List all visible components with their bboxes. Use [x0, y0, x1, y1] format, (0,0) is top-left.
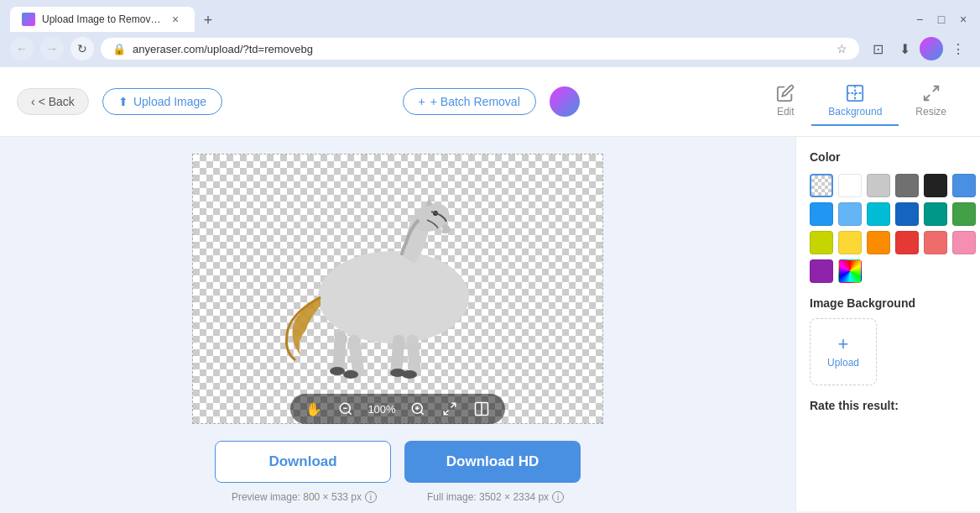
download-section: Download Download HD Preview image: 800 … — [0, 441, 795, 503]
svg-line-22 — [444, 411, 448, 415]
tab-background[interactable]: Background — [811, 77, 899, 126]
browser-actions: ⊡ ⬇ ⋮ — [866, 37, 970, 60]
image-bg-title: Image Background — [810, 296, 967, 310]
address-bar[interactable]: 🔒 anyeraser.com/upload/?td=removebg ☆ — [101, 38, 859, 60]
new-tab-button[interactable]: + — [196, 8, 220, 32]
color-lime[interactable] — [810, 231, 833, 254]
svg-point-12 — [343, 370, 358, 379]
batch-label: + Batch Removal — [430, 95, 520, 108]
plus-icon: + — [838, 335, 849, 353]
svg-line-21 — [451, 403, 455, 407]
upload-icon: ⬆ — [118, 95, 128, 108]
batch-removal-button[interactable]: + + Batch Removal — [403, 88, 536, 115]
color-purple[interactable] — [810, 259, 833, 283]
canvas-area: ✋ 100% — [0, 137, 795, 511]
back-label: < Back — [39, 95, 75, 108]
color-rainbow[interactable] — [838, 259, 862, 283]
resize-icon — [922, 84, 941, 102]
minimize-button[interactable]: − — [913, 13, 926, 26]
color-orange[interactable] — [867, 231, 890, 254]
browser-titlebar: Upload Image to Remove Bg in... × + − □ … — [10, 7, 970, 32]
hand-tool-button[interactable]: ✋ — [304, 399, 324, 419]
lock-icon: 🔒 — [112, 43, 126, 55]
tab-close-button[interactable]: × — [168, 12, 183, 27]
preview-info-text: Preview image: 800 × 533 px — [232, 491, 362, 503]
main-area: ✋ 100% — [0, 137, 980, 511]
right-panel: Color — [795, 137, 980, 511]
batch-icon: + — [419, 95, 425, 108]
back-button[interactable]: ‹ < Back — [17, 88, 89, 115]
browser-chrome: Upload Image to Remove Bg in... × + − □ … — [0, 0, 980, 32]
close-button[interactable]: × — [957, 13, 970, 26]
user-avatar[interactable] — [550, 86, 580, 117]
horse-svg — [263, 180, 532, 398]
download-info: Preview image: 800 × 533 px i Full image… — [232, 491, 564, 503]
full-info-text: Full image: 3502 × 2334 px — [427, 491, 549, 503]
download-browser-button[interactable]: ⬇ — [893, 37, 916, 60]
resize-tab-label: Resize — [915, 106, 946, 118]
background-tab-label: Background — [828, 106, 882, 118]
color-yellow[interactable] — [838, 231, 862, 254]
color-section-title: Color — [810, 150, 967, 164]
browser-tab[interactable]: Upload Image to Remove Bg in... × — [10, 7, 195, 32]
color-teal[interactable] — [924, 202, 947, 226]
color-transparent[interactable] — [810, 174, 833, 197]
address-text: anyeraser.com/upload/?td=removebg — [133, 43, 830, 55]
svg-point-13 — [330, 367, 345, 375]
color-lightblue[interactable] — [838, 202, 862, 226]
upload-label: Upload Image — [133, 95, 206, 108]
svg-line-15 — [349, 411, 352, 414]
download-button[interactable]: Download — [215, 441, 391, 483]
back-button[interactable]: ← — [10, 37, 34, 60]
tab-resize[interactable]: Resize — [899, 77, 963, 126]
svg-line-2 — [924, 95, 929, 100]
color-salmon[interactable] — [924, 231, 947, 254]
zoom-in-button[interactable] — [408, 399, 428, 419]
download-hd-button[interactable]: Download HD — [404, 441, 581, 483]
fullscreen-button[interactable] — [440, 399, 460, 419]
color-green[interactable] — [952, 202, 976, 226]
tab-favicon — [22, 13, 35, 26]
image-toolbar: ✋ 100% — [290, 394, 504, 424]
color-blue[interactable] — [952, 174, 976, 197]
color-red[interactable] — [895, 231, 919, 254]
maximize-button[interactable]: □ — [935, 13, 948, 26]
upload-image-button[interactable]: ⬆ Upload Image — [102, 88, 222, 115]
color-white[interactable] — [838, 174, 862, 197]
bookmark-icon[interactable]: ☆ — [837, 42, 847, 55]
svg-point-11 — [390, 369, 405, 377]
color-blue2[interactable] — [810, 202, 833, 226]
zoom-level: 100% — [368, 403, 395, 416]
extensions-button[interactable]: ⊡ — [866, 37, 889, 60]
color-cyan[interactable] — [867, 202, 890, 226]
split-view-button[interactable] — [472, 399, 492, 419]
refresh-button[interactable]: ↻ — [70, 37, 94, 60]
color-pink[interactable] — [952, 231, 976, 254]
horse-image — [193, 154, 602, 423]
tab-edit[interactable]: Edit — [759, 77, 811, 126]
address-bar-row: ← → ↻ 🔒 anyeraser.com/upload/?td=removeb… — [0, 32, 980, 67]
app-toolbar: ‹ < Back ⬆ Upload Image + + Batch Remova… — [0, 67, 980, 137]
svg-line-1 — [932, 86, 937, 92]
full-info: Full image: 3502 × 2334 px i — [427, 491, 564, 503]
tab-bar: Upload Image to Remove Bg in... × + — [10, 7, 220, 32]
color-gray[interactable] — [895, 174, 919, 197]
color-black[interactable] — [924, 174, 947, 197]
app-content: ‹ < Back ⬆ Upload Image + + Batch Remova… — [0, 67, 980, 511]
profile-icon[interactable] — [920, 37, 943, 60]
window-controls: − □ × — [913, 13, 970, 26]
menu-button[interactable]: ⋮ — [946, 37, 970, 60]
full-info-icon[interactable]: i — [552, 491, 564, 503]
chevron-left-icon: ‹ — [31, 95, 35, 108]
zoom-out-button[interactable] — [336, 399, 356, 419]
preview-info-icon[interactable]: i — [365, 491, 377, 503]
forward-button[interactable]: → — [40, 37, 64, 60]
download-buttons: Download Download HD — [215, 441, 581, 483]
rate-title: Rate this result: — [810, 399, 967, 412]
color-lightgray[interactable] — [867, 174, 890, 197]
image-container — [192, 154, 603, 424]
edit-icon — [776, 84, 795, 102]
tab-title: Upload Image to Remove Bg in... — [42, 13, 161, 25]
image-bg-upload-button[interactable]: + Upload — [810, 318, 877, 385]
color-darkblue[interactable] — [895, 202, 919, 226]
